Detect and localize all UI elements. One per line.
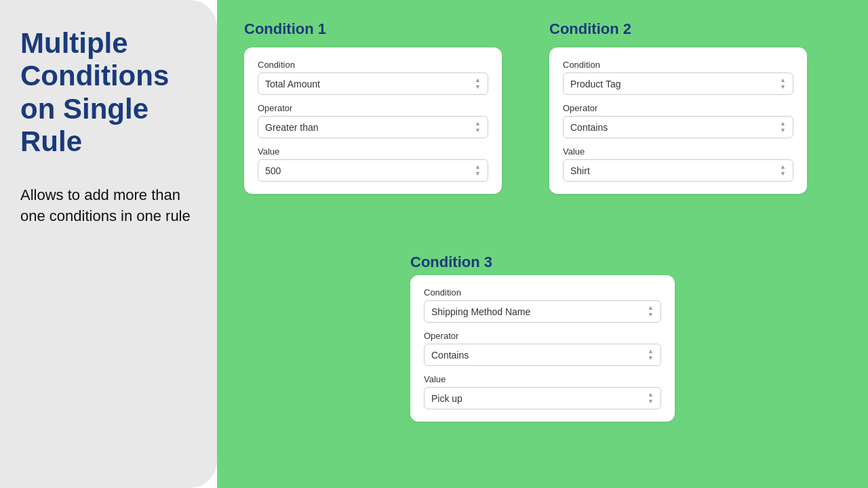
condition1-operator-label: Operator bbox=[258, 103, 488, 113]
condition3-condition-label: Condition bbox=[424, 287, 661, 298]
condition1-value-select[interactable]: 500 bbox=[258, 159, 488, 182]
condition1-condition-arrows bbox=[475, 77, 481, 90]
condition3-condition-select[interactable]: Shipping Method Name bbox=[424, 300, 661, 323]
condition3-value-group: Value Pick up bbox=[424, 374, 661, 409]
condition1-condition-group: Condition Total Amount bbox=[258, 60, 488, 95]
condition3-value-arrows bbox=[648, 392, 654, 405]
condition2-condition-value: Product Tag bbox=[570, 79, 620, 89]
condition3-value-label: Value bbox=[424, 374, 661, 384]
condition3-value-select[interactable]: Pick up bbox=[424, 387, 661, 409]
condition2-operator-group: Operator Contains bbox=[563, 103, 793, 138]
condition2-value-arrows bbox=[780, 164, 786, 177]
condition1-operator-select[interactable]: Greater than bbox=[258, 116, 488, 138]
page-title: Multiple Conditions on Single Rule bbox=[20, 27, 197, 158]
condition3-operator-select[interactable]: Contains bbox=[424, 344, 661, 366]
condition2-title: Condition 2 bbox=[549, 20, 841, 38]
condition1-operator-group: Operator Greater than bbox=[258, 103, 488, 138]
condition2-condition-label: Condition bbox=[563, 60, 793, 70]
condition1-condition-value: Total Amount bbox=[265, 79, 320, 89]
condition3-condition-arrows bbox=[648, 305, 654, 318]
condition3-value-value: Pick up bbox=[431, 393, 462, 404]
condition1-title: Condition 1 bbox=[244, 20, 536, 38]
page-description: Allows to add more than one conditions i… bbox=[20, 185, 197, 227]
condition2-condition-arrows bbox=[780, 77, 786, 90]
condition3-operator-arrows bbox=[648, 348, 654, 361]
condition3-title: Condition 3 bbox=[410, 253, 675, 271]
condition2-condition-group: Condition Product Tag bbox=[563, 60, 793, 95]
condition3-card: Condition Shipping Method Name Operator … bbox=[410, 275, 675, 422]
condition3-operator-group: Operator Contains bbox=[424, 331, 661, 366]
condition2-value-value: Shirt bbox=[570, 165, 590, 176]
condition2-value-group: Value Shirt bbox=[563, 146, 793, 182]
condition3-condition-group: Condition Shipping Method Name bbox=[424, 287, 661, 323]
condition1-condition-select[interactable]: Total Amount bbox=[258, 73, 488, 95]
condition-block-3: Condition 3 Condition Shipping Method Na… bbox=[244, 253, 841, 422]
condition-block-2: Condition 2 Condition Product Tag Operat… bbox=[549, 20, 841, 194]
left-panel: Multiple Conditions on Single Rule Allow… bbox=[0, 0, 217, 488]
condition2-value-select[interactable]: Shirt bbox=[563, 159, 793, 182]
right-panel: Condition 1 Condition Total Amount Opera… bbox=[217, 0, 868, 488]
condition1-value-arrows bbox=[475, 164, 481, 177]
condition2-value-label: Value bbox=[563, 146, 793, 157]
condition1-value-group: Value 500 bbox=[258, 146, 488, 182]
condition1-condition-label: Condition bbox=[258, 60, 488, 70]
condition2-condition-select[interactable]: Product Tag bbox=[563, 73, 793, 95]
condition2-card: Condition Product Tag Operator Contains … bbox=[549, 47, 807, 194]
condition1-value-value: 500 bbox=[265, 165, 281, 176]
condition1-card: Condition Total Amount Operator Greater … bbox=[244, 47, 502, 194]
condition2-operator-select[interactable]: Contains bbox=[563, 116, 793, 138]
condition2-operator-label: Operator bbox=[563, 103, 793, 113]
condition3-condition-value: Shipping Method Name bbox=[431, 306, 530, 317]
condition-block-1: Condition 1 Condition Total Amount Opera… bbox=[244, 20, 536, 194]
condition3-operator-label: Operator bbox=[424, 331, 661, 341]
condition3-operator-value: Contains bbox=[431, 350, 469, 361]
condition1-value-label: Value bbox=[258, 146, 488, 157]
condition2-operator-value: Contains bbox=[570, 122, 608, 133]
condition1-operator-arrows bbox=[475, 121, 481, 134]
condition1-operator-value: Greater than bbox=[265, 122, 319, 133]
condition2-operator-arrows bbox=[780, 121, 786, 134]
